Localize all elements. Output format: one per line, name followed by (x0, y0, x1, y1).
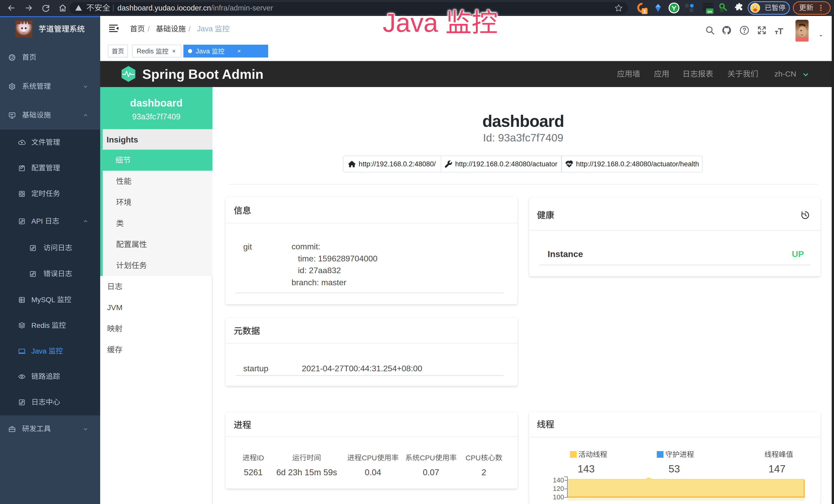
svg-text:on: on (707, 9, 712, 14)
svg-text:1: 1 (643, 9, 646, 14)
